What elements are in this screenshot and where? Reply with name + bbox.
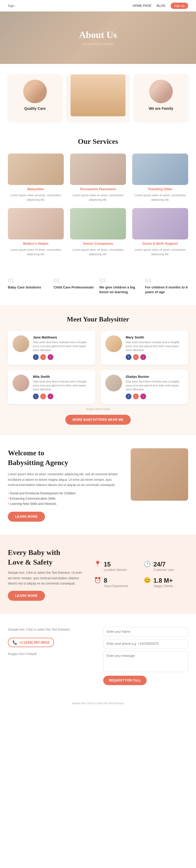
- mary-avatar: [105, 335, 122, 352]
- request-call-button[interactable]: REQUEST FOR CALL: [103, 676, 147, 685]
- welcome-list: Social and Emotional Development for Chi…: [8, 491, 123, 506]
- mary-instagram-icon[interactable]: i: [140, 354, 146, 360]
- navbar: logo HOME PAGE BLOG Sign Up: [0, 0, 196, 11]
- feature-quality-care: Quality Care: [8, 74, 62, 122]
- stat-happy-clients: 😊 1.8 M+ Happy Clients: [144, 577, 188, 588]
- mila-twitter-icon[interactable]: t: [40, 394, 46, 399]
- nav-blog[interactable]: BLOG: [157, 4, 165, 8]
- contact-left: Sample text. Click to select the Text El…: [8, 627, 93, 685]
- stats-learn-more-button[interactable]: LEARN MORE: [8, 591, 45, 601]
- babysitter-title: Babysitter: [28, 187, 44, 191]
- quality-care-image: [23, 80, 47, 103]
- stat-customer-care: 🕐 24/7 Customer care: [144, 561, 188, 572]
- happyclients-number: 1.8 M+: [153, 577, 173, 584]
- service-helper: Mother's Helper Lorem ipsum dolor sit am…: [8, 208, 64, 256]
- mila-instagram-icon[interactable]: i: [47, 394, 53, 399]
- traveling-title: Traveling Sitter: [148, 187, 172, 191]
- gladys-instagram-icon[interactable]: i: [140, 394, 146, 399]
- welcome-heading: Welcome toBabysitting Agency: [8, 448, 123, 467]
- stats-text: Every Baby withLove & Safety Sample text…: [8, 548, 86, 601]
- hero-title: About Us: [79, 29, 117, 40]
- babysitter-image: [8, 154, 64, 185]
- services-grid: Babysitter Lorem ipsum dolor sit amet, c…: [8, 154, 188, 256]
- stats-section: Every Baby withLove & Safety Sample text…: [0, 535, 196, 614]
- step-1-num: 01: [8, 277, 51, 284]
- message-input[interactable]: [103, 651, 188, 672]
- babysitters-grid: Jane Matthews Glae amet rtinsl libero mo…: [8, 331, 188, 404]
- footer-note: Sample text. Click to select the Text El…: [0, 698, 196, 708]
- jane-name: Jane Matthews: [33, 335, 91, 339]
- more-babysitters-button[interactable]: MORE BABYSITTERS NEAR ME: [65, 415, 131, 425]
- service-companion: Senior Companion Lorem ipsum dolor sit a…: [70, 208, 126, 256]
- contact-text: Sample text. Click to select the Text El…: [8, 627, 93, 632]
- phone-icon: 📞: [12, 640, 17, 645]
- mila-facebook-icon[interactable]: f: [33, 394, 39, 399]
- stat-experience: ⏰ 8 Years Experience: [94, 577, 139, 588]
- clock-icon: 🕐: [144, 561, 151, 567]
- welcome-list-item-2: Enhancing Communication Skills: [8, 496, 123, 501]
- more-btn-wrap: MORE BABYSITTERS NEAR ME: [8, 415, 188, 425]
- services-heading: Our Services: [8, 137, 188, 146]
- welcome-list-item-3: Learning New Skills and Interests: [8, 501, 123, 506]
- step-2-title: Child Care Professionals: [53, 285, 97, 290]
- mary-twitter-icon[interactable]: t: [133, 354, 139, 360]
- meet-heading: Meet Your Babysitter: [8, 315, 188, 323]
- we-are-family-label: We are Family: [149, 106, 173, 111]
- helper-title: Mother's Helper: [23, 242, 49, 246]
- gladys-facebook-icon[interactable]: f: [126, 394, 131, 399]
- gladys-bio: Glae amet rtinsl libero molestie ante ut…: [126, 380, 184, 392]
- phone-badge[interactable]: 📞 +1 (234) 567-8910: [8, 638, 54, 647]
- jane-bio: Glae amet rtinsl libero molestie ante ut…: [33, 340, 91, 352]
- jane-facebook-icon[interactable]: f: [33, 354, 39, 360]
- meet-freepik-note: Images from Freepik: [8, 408, 188, 410]
- experience-label: Years Experience: [104, 584, 128, 588]
- customercare-number: 24/7: [153, 561, 174, 568]
- jane-avatar: [12, 335, 29, 352]
- nav-cta-button[interactable]: Sign Up: [171, 3, 188, 9]
- welcome-learn-more-button[interactable]: LEARN MORE: [8, 512, 45, 522]
- step-2-num: 02: [53, 277, 97, 284]
- mary-name: Mary Smith: [126, 335, 184, 339]
- welcome-section: Welcome toBabysitting Agency Lorem ipsum…: [0, 435, 196, 535]
- gladys-name: Gladys Burton: [126, 375, 184, 379]
- mary-facebook-icon[interactable]: f: [126, 354, 131, 360]
- step-1-title: Baby Care Solutions: [8, 285, 51, 290]
- helper-image: [8, 208, 64, 240]
- companion-image: [70, 208, 126, 240]
- doula-image: [132, 208, 188, 240]
- gladys-info: Gladys Burton Glae amet rtinsl libero mo…: [126, 375, 184, 399]
- meet-section: Meet Your Babysitter Jane Matthews Glae …: [0, 305, 196, 435]
- gladys-social: f t i: [126, 394, 184, 399]
- mila-social: f t i: [33, 394, 91, 399]
- welcome-image: [131, 448, 188, 501]
- center-image: [71, 74, 126, 116]
- jane-social: f t i: [33, 354, 91, 360]
- companion-title: Senior Companion: [83, 242, 113, 246]
- gladys-twitter-icon[interactable]: t: [133, 394, 139, 399]
- mila-avatar: [12, 375, 29, 392]
- welcome-list-item-1: Social and Emotional Development for Chi…: [8, 491, 123, 496]
- service-traveling: Traveling Sitter Lorem ipsum dolor sit a…: [132, 154, 188, 202]
- traveling-desc: Lorem ipsum dolor sit amet, consectetur …: [132, 193, 188, 202]
- logo: logo: [8, 4, 14, 8]
- name-input[interactable]: [103, 627, 188, 637]
- stats-grid: 📍 15 Location Service 🕐 24/7 Customer ca…: [94, 561, 188, 588]
- service-doula: Doula & Birth Support Lorem ipsum dolor …: [132, 208, 188, 256]
- service-babysitter: Babysitter Lorem ipsum dolor sit amet, c…: [8, 154, 64, 202]
- service-placement: Permanent Placement Lorem ipsum dolor si…: [70, 154, 126, 202]
- contact-section: Sample text. Click to select the Text El…: [0, 614, 196, 698]
- jane-twitter-icon[interactable]: t: [40, 354, 46, 360]
- step-4-num: 04: [145, 277, 188, 284]
- welcome-text: Welcome toBabysitting Agency Lorem ipsum…: [8, 448, 123, 522]
- jane-instagram-icon[interactable]: i: [47, 354, 53, 360]
- nav-home[interactable]: HOME PAGE: [133, 4, 152, 8]
- doula-title: Doula & Birth Support: [143, 242, 178, 246]
- services-section: Our Services Babysitter Lorem ipsum dolo…: [0, 132, 196, 267]
- mary-info: Mary Smith Glae amet rtinsl libero moles…: [126, 335, 184, 360]
- steps-section: 01 Baby Care Solutions 02 Child Care Pro…: [0, 267, 196, 305]
- placement-image: [70, 154, 126, 185]
- customercare-label: Customer care: [153, 568, 174, 572]
- location-icon: 📍: [94, 561, 101, 567]
- phone-input[interactable]: [103, 639, 188, 648]
- location-number: 15: [104, 561, 127, 568]
